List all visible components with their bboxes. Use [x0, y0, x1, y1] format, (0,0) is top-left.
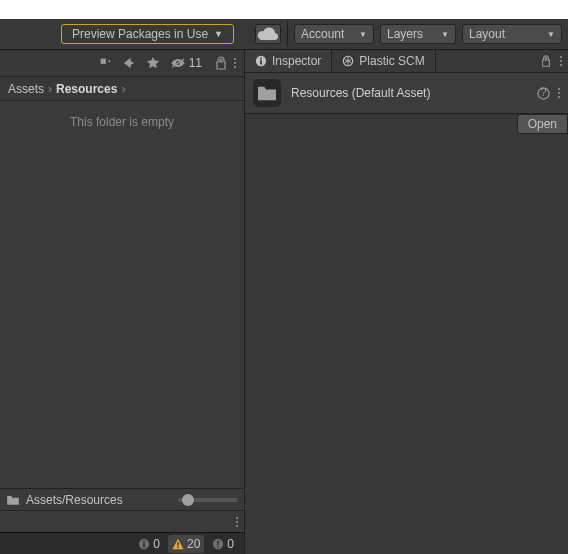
svg-rect-5: [177, 542, 178, 545]
tab-plastic-label: Plastic SCM: [359, 54, 424, 68]
console-warn-toggle[interactable]: 20: [168, 535, 204, 553]
chevron-right-icon: ›: [121, 82, 125, 96]
chevron-right-icon: ›: [48, 82, 52, 96]
lock-icon[interactable]: [214, 56, 228, 70]
favorite-star-icon[interactable]: [146, 56, 160, 70]
svg-rect-9: [218, 546, 219, 547]
panel-menu-icon[interactable]: [558, 88, 560, 98]
asset-icon-tile: [253, 79, 281, 107]
console-warn-count: 20: [187, 537, 200, 551]
layers-dropdown[interactable]: Layers ▼: [380, 24, 456, 44]
preview-packages-label: Preview Packages in Use: [72, 27, 208, 41]
lock-icon[interactable]: [540, 55, 552, 67]
preview-packages-button[interactable]: Preview Packages in Use ▼: [61, 24, 234, 44]
tab-inspector-label: Inspector: [272, 54, 321, 68]
console-info-count: 0: [153, 537, 160, 551]
inspector-panel: Inspector Plastic SCM Resources (Default…: [245, 50, 568, 554]
folder-icon: [6, 494, 20, 506]
svg-rect-11: [260, 60, 262, 64]
project-footer: Assets/Resources: [0, 488, 244, 510]
svg-rect-6: [177, 546, 178, 547]
empty-folder-message: This folder is empty: [0, 101, 244, 129]
console-status-bar: 0 20 0: [0, 532, 245, 554]
chevron-down-icon: ▼: [547, 30, 555, 39]
folder-icon: [256, 84, 278, 102]
inspector-tabs: Inspector Plastic SCM: [245, 50, 568, 73]
thumbnail-size-slider[interactable]: [178, 498, 238, 502]
svg-rect-0: [100, 59, 105, 64]
chevron-down-icon: ▼: [441, 30, 449, 39]
layout-dropdown[interactable]: Layout ▼: [462, 24, 562, 44]
cloud-button[interactable]: [255, 24, 281, 44]
help-icon[interactable]: ?: [537, 87, 550, 100]
svg-rect-4: [143, 540, 145, 542]
window-chrome-top: [0, 0, 568, 19]
inspector-open-row: Open: [517, 114, 568, 136]
console-info-toggle[interactable]: 0: [134, 535, 164, 553]
info-icon: [255, 55, 267, 67]
tab-inspector[interactable]: Inspector: [245, 50, 332, 72]
svg-text:?: ?: [540, 87, 546, 98]
open-button-label: Open: [528, 117, 557, 131]
slider-knob[interactable]: [182, 494, 194, 506]
account-dropdown[interactable]: Account ▼: [294, 24, 374, 44]
toolbar-separator: [287, 21, 288, 47]
project-context-row: [0, 510, 244, 532]
tab-plastic-scm[interactable]: Plastic SCM: [332, 50, 435, 72]
panel-menu-icon[interactable]: [236, 517, 238, 527]
project-content-area[interactable]: This folder is empty: [0, 101, 244, 488]
layout-label: Layout: [469, 27, 505, 41]
filter-label-icon[interactable]: [122, 56, 136, 70]
open-button[interactable]: Open: [517, 114, 568, 134]
console-error-toggle[interactable]: 0: [208, 535, 238, 553]
panel-menu-icon[interactable]: [560, 56, 562, 66]
inspector-header: Resources (Default Asset) ?: [245, 73, 568, 114]
chevron-down-icon: ▼: [214, 29, 223, 39]
svg-rect-12: [260, 58, 262, 60]
cloud-icon: [256, 26, 280, 42]
main-toolbar: Preview Packages in Use ▼ Account ▼ Laye…: [0, 19, 568, 50]
plastic-scm-icon: [342, 55, 354, 67]
svg-rect-8: [218, 540, 219, 544]
breadcrumb-current[interactable]: Resources: [56, 82, 117, 96]
hidden-count-value: 11: [189, 56, 202, 70]
add-asset-button[interactable]: [98, 56, 112, 70]
layers-label: Layers: [387, 27, 423, 41]
project-toolbar: 11: [0, 50, 244, 77]
account-label: Account: [301, 27, 344, 41]
inspector-title: Resources (Default Asset): [291, 86, 430, 100]
chevron-down-icon: ▼: [359, 30, 367, 39]
footer-path: Assets/Resources: [26, 493, 123, 507]
hidden-count[interactable]: 11: [170, 56, 202, 70]
breadcrumb: Assets › Resources ›: [0, 77, 244, 101]
panel-menu-icon[interactable]: [234, 58, 236, 68]
console-error-count: 0: [227, 537, 234, 551]
project-panel: 11 Assets › Resources › This folder is e…: [0, 50, 245, 554]
breadcrumb-root[interactable]: Assets: [8, 82, 44, 96]
svg-rect-3: [143, 543, 145, 547]
